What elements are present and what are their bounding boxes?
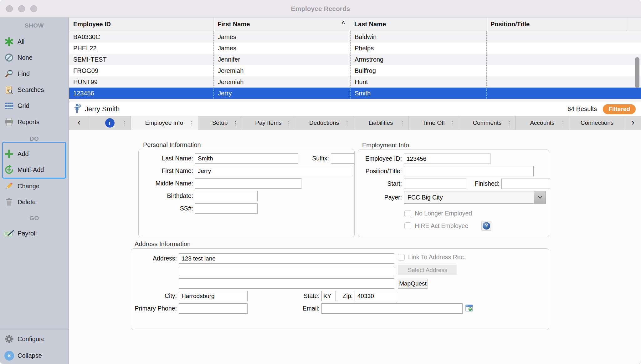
- tab-setup[interactable]: Setup⋮: [198, 116, 242, 130]
- chevron-left-icon: ‹: [78, 118, 80, 129]
- address-label: Address:: [131, 255, 177, 262]
- birthdate-field[interactable]: [195, 191, 258, 201]
- sidebar-item-find[interactable]: Find: [0, 67, 69, 81]
- finished-label: Finished:: [469, 180, 500, 187]
- tab-menu-dots[interactable]: ⋮: [450, 120, 455, 126]
- plus-icon: [3, 148, 15, 159]
- multi-add-icon: [3, 164, 15, 175]
- zip-field[interactable]: [355, 291, 396, 301]
- position-title-field[interactable]: [404, 166, 534, 176]
- sidebar-item-multi-add[interactable]: Multi-Add: [0, 163, 69, 177]
- last-name-field[interactable]: [195, 153, 298, 164]
- address-link-tools: Link To Address Rec. Select Address MapQ…: [398, 254, 465, 289]
- tab-connections[interactable]: Connections: [569, 116, 625, 130]
- tab-accounts[interactable]: Accounts⋮: [515, 116, 569, 130]
- primary-phone-field[interactable]: [179, 303, 248, 314]
- pencil-icon: [3, 180, 15, 192]
- help-button[interactable]: ?: [481, 221, 491, 231]
- tab-menu-dots[interactable]: ⋮: [560, 120, 566, 126]
- tab-menu-dots[interactable]: ⋮: [506, 120, 512, 126]
- table-row[interactable]: HUNT99 Jeremiah Hunt: [69, 76, 641, 88]
- start-date-field[interactable]: [404, 179, 466, 189]
- table-row[interactable]: BA0330C James Baldwin: [69, 31, 641, 43]
- vertical-scrollbar-thumb[interactable]: [635, 57, 639, 88]
- personal-info-title: Personal Information: [143, 141, 201, 149]
- hire-act-row: HIRE Act Employee ?: [404, 221, 549, 231]
- address-line1-field[interactable]: [179, 253, 394, 264]
- select-address-button[interactable]: Select Address: [398, 265, 457, 275]
- suffix-label: Suffix:: [301, 155, 329, 162]
- column-header-position-title[interactable]: Position/Title: [486, 18, 627, 31]
- tab-menu-dots[interactable]: ⋮: [344, 120, 350, 126]
- tab-pay-items[interactable]: Pay Items⋮: [242, 116, 295, 130]
- sidebar-item-change[interactable]: Change: [0, 179, 69, 193]
- chevron-down-icon: [534, 191, 546, 203]
- email-field[interactable]: [321, 303, 463, 314]
- column-header-last-name[interactable]: Last Name: [350, 18, 486, 31]
- tab-menu-dots[interactable]: ⋮: [189, 120, 194, 126]
- window-title: Employee Records: [0, 0, 641, 18]
- tabs-scroll-left-button[interactable]: ‹: [69, 116, 89, 130]
- sidebar-item-collapse[interactable]: « Collapse: [0, 349, 69, 362]
- selected-employee-name: Jerry Smith: [85, 105, 120, 113]
- link-to-address-checkbox[interactable]: [398, 254, 405, 261]
- table-row[interactable]: PHEL22 James Phelps: [69, 43, 641, 54]
- sidebar-item-none[interactable]: None: [0, 51, 69, 64]
- sidebar-header-go: GO: [0, 215, 69, 222]
- table-row[interactable]: FROG09 Jeremiah Bullfrog: [69, 65, 641, 76]
- sidebar-item-delete[interactable]: Delete: [0, 195, 69, 209]
- hire-act-label: HIRE Act Employee: [415, 222, 468, 230]
- tabs-scroll-right-button[interactable]: ›: [625, 116, 641, 130]
- state-field[interactable]: [321, 291, 336, 301]
- tab-deductions[interactable]: Deductions⋮: [295, 116, 353, 130]
- column-header-gutter: [627, 18, 641, 31]
- filtered-badge[interactable]: Filtered: [603, 104, 636, 114]
- web-browser-icon[interactable]: [465, 304, 473, 313]
- suffix-field[interactable]: [331, 153, 354, 164]
- hire-act-checkbox[interactable]: [404, 222, 411, 229]
- state-label: State:: [248, 292, 320, 300]
- address-line2-field[interactable]: [179, 266, 394, 276]
- mapquest-button[interactable]: MapQuest: [398, 279, 428, 289]
- sidebar-item-add[interactable]: Add: [0, 147, 69, 161]
- employment-info-group: Employee ID: Position/Title: Start: Fini…: [358, 149, 549, 237]
- tab-liabilities[interactable]: Liabilities⋮: [353, 116, 408, 130]
- grid-icon: [3, 100, 15, 111]
- tab-employee-info[interactable]: Employee Info⋮: [131, 116, 198, 130]
- city-label: City:: [131, 292, 177, 300]
- tab-record-info[interactable]: i ⋮: [89, 116, 131, 130]
- sidebar-item-payroll[interactable]: Payroll: [0, 226, 69, 240]
- middle-name-field[interactable]: [195, 178, 301, 189]
- finished-date-field[interactable]: [501, 179, 550, 189]
- payer-dropdown[interactable]: FCC Big City: [404, 191, 546, 204]
- address-line3-field[interactable]: [179, 278, 394, 289]
- table-row-selected[interactable]: 123456 Jerry Smith: [69, 88, 641, 99]
- search-icon: [3, 68, 15, 79]
- tab-menu-dots[interactable]: ⋮: [233, 120, 238, 126]
- employee-id-field[interactable]: [404, 154, 490, 164]
- ssn-field[interactable]: [195, 203, 258, 214]
- column-header-first-name[interactable]: First Name ^: [213, 18, 350, 31]
- employee-table: BA0330C James Baldwin PHEL22 James Phelp…: [69, 31, 641, 99]
- employee-id-label: Employee ID:: [358, 155, 402, 162]
- tab-menu-dots[interactable]: ⋮: [121, 120, 127, 126]
- zip-label: Zip:: [336, 292, 353, 300]
- tab-bar: ‹ i ⋮ Employee Info⋮ Setup⋮ Pay Items⋮ D…: [69, 116, 641, 130]
- sidebar-item-all[interactable]: All: [0, 35, 69, 48]
- sidebar-item-searches[interactable]: Searches: [0, 83, 69, 97]
- no-longer-employed-checkbox[interactable]: [404, 210, 411, 217]
- sidebar-header-show: SHOW: [0, 22, 69, 29]
- column-header-employee-id[interactable]: Employee ID: [69, 18, 213, 31]
- sidebar-item-grid[interactable]: Grid: [0, 99, 69, 113]
- tab-menu-dots[interactable]: ⋮: [399, 120, 405, 126]
- sidebar-item-reports[interactable]: Reports: [0, 115, 69, 129]
- sidebar-item-configure[interactable]: Configure: [0, 332, 69, 346]
- tab-menu-dots[interactable]: ⋮: [286, 120, 291, 126]
- tab-time-off[interactable]: Time Off⋮: [408, 116, 459, 130]
- start-label: Start:: [358, 180, 402, 187]
- primary-phone-label: Primary Phone:: [131, 305, 177, 312]
- table-row[interactable]: SEMI-TEST Jennifer Armstrong: [69, 54, 641, 65]
- tab-comments[interactable]: Comments⋮: [459, 116, 515, 130]
- first-name-field[interactable]: [195, 166, 353, 176]
- city-field[interactable]: [179, 291, 248, 301]
